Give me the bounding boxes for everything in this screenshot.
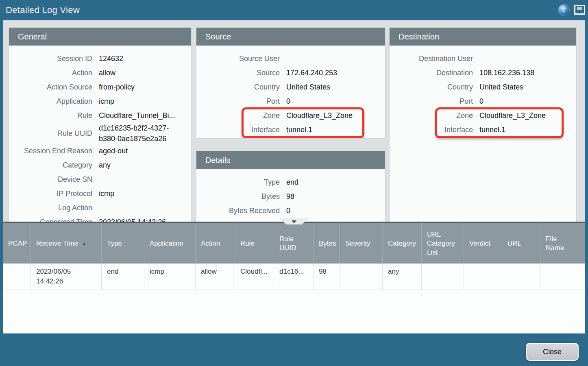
- field-label: Destination: [390, 69, 473, 77]
- field-label: Source User: [196, 54, 280, 63]
- log-table: PCAP Receive Time▲ Type Application Acti…: [3, 223, 585, 333]
- column-header-file-name[interactable]: File Name: [540, 223, 585, 264]
- splitter-bar: [3, 222, 585, 223]
- row-bytes: Bytes98: [196, 190, 381, 204]
- field-value: aged-out: [99, 146, 187, 156]
- field-label: Port: [196, 97, 280, 106]
- row-interface: Interfacetunnel.1: [390, 123, 572, 137]
- row-zone: ZoneCloudflare_L3_Zone: [390, 109, 572, 123]
- panel-general-body: Session ID124632 Actionallow Action Sour…: [9, 46, 191, 222]
- field-label: Device SN: [9, 175, 92, 184]
- field-value: Cloudflare_L3_Zone: [479, 111, 572, 120]
- column-header-rule-uuid[interactable]: Rule UUID: [274, 223, 313, 264]
- help-icon[interactable]: ?: [558, 4, 569, 15]
- row-device-sn: Device SN: [9, 172, 187, 187]
- panel-details-title: Details: [196, 151, 385, 169]
- row-rule: RuleCloudflare_Tunnel_Bi...: [9, 109, 187, 123]
- column-header-action[interactable]: Action: [195, 223, 235, 264]
- column-label: URL: [507, 239, 521, 248]
- column-header-url[interactable]: URL: [502, 223, 540, 264]
- column-header-application[interactable]: Application: [144, 223, 195, 264]
- column-label: Rule UUID: [279, 235, 308, 253]
- content-area: General Session ID124632 Actionallow Act…: [3, 20, 585, 222]
- column-header-pcap[interactable]: PCAP: [3, 223, 30, 264]
- column-label: File Name: [546, 235, 568, 253]
- field-label: Bytes: [196, 192, 280, 201]
- table-header-row: PCAP Receive Time▲ Type Application Acti…: [3, 223, 585, 264]
- table-cell-file-name: [540, 264, 585, 290]
- field-value: Cloudflare_L3_Zone: [286, 111, 381, 120]
- field-value: 124632: [99, 54, 187, 63]
- field-label: Country: [390, 83, 473, 92]
- page-title: Detailed Log View: [6, 0, 80, 20]
- column-header-receive-time[interactable]: Receive Time▲: [30, 223, 101, 264]
- table-cell-rule: Cloudfl...: [235, 264, 274, 290]
- row-generated-time: Generated Time2023/06/05 14:42:26: [9, 215, 187, 222]
- field-value: from-policy: [99, 83, 187, 92]
- field-label: Action: [9, 69, 92, 77]
- table-cell-severity: [340, 264, 382, 290]
- field-label: IP Protocol: [9, 190, 92, 198]
- field-value: 0: [479, 97, 572, 106]
- row-bytes-received: Bytes Received0: [196, 204, 381, 218]
- field-label: Country: [196, 83, 280, 92]
- column-label: Category: [388, 239, 416, 248]
- field-value: 2023/06/05 14:42:26: [99, 218, 187, 222]
- row-type: Typeend: [196, 175, 381, 190]
- panel-source-body: Source User Source172.64.240.253 Country…: [196, 46, 385, 138]
- column-header-rule[interactable]: Rule: [235, 223, 274, 264]
- row-zone: ZoneCloudflare_L3_Zone: [196, 109, 381, 123]
- field-label: Session ID: [9, 54, 92, 63]
- table-cell-pcap: [3, 264, 30, 290]
- row-session-end-reason: Session End Reasonaged-out: [9, 144, 187, 158]
- table-cell-verdict: [464, 264, 502, 290]
- window-restore-icon-bar: [577, 7, 582, 10]
- row-action-source: Action Sourcefrom-policy: [9, 80, 187, 94]
- field-label: Application: [9, 97, 92, 106]
- field-label: Zone: [390, 111, 473, 120]
- column-label: Severity: [345, 239, 370, 248]
- row-port: Port0: [390, 94, 572, 109]
- column-label: PCAP: [8, 239, 27, 248]
- column-header-type[interactable]: Type: [101, 223, 144, 264]
- column-header-bytes[interactable]: Bytes: [313, 223, 340, 264]
- column-header-category[interactable]: Category: [382, 223, 421, 264]
- field-label: Bytes Received: [196, 207, 280, 215]
- row-session-id: Session ID124632: [9, 52, 187, 66]
- column-header-url-category-list[interactable]: URL Category List: [421, 223, 464, 264]
- field-value: United States: [286, 83, 381, 92]
- field-value: 0: [286, 206, 381, 216]
- panel-details: Details Typeend Bytes98 Bytes Received0: [196, 151, 385, 222]
- field-value: any: [99, 161, 187, 170]
- column-label: Receive Time: [36, 239, 78, 248]
- table-cell-category: any: [382, 264, 421, 290]
- close-button[interactable]: Close: [526, 343, 579, 361]
- field-label: Port: [390, 97, 473, 106]
- table-row[interactable]: 2023/06/05 14:42:26 end icmp allow Cloud…: [3, 264, 585, 290]
- row-source: Source172.64.240.253: [196, 66, 381, 80]
- field-label: Type: [196, 178, 280, 187]
- column-header-severity[interactable]: Severity: [340, 223, 382, 264]
- field-label: Zone: [196, 111, 280, 120]
- column-label: Type: [107, 239, 122, 248]
- column-header-verdict[interactable]: Verdict: [464, 223, 502, 264]
- table-cell-type: end: [101, 264, 144, 290]
- row-country: CountryUnited States: [196, 80, 381, 94]
- row-interface: Interfacetunnel.1: [196, 123, 381, 137]
- column-label: URL Category List: [427, 230, 459, 257]
- field-value: 98: [286, 192, 381, 201]
- row-category: Categoryany: [9, 158, 187, 172]
- field-value: 108.162.236.138: [479, 68, 572, 78]
- column-label: Application: [150, 239, 183, 248]
- panel-destination-title: Destination: [390, 28, 576, 46]
- field-value: end: [286, 178, 381, 187]
- row-rule-uuid: Rule UUIDd1c16235-b2f2-4327-b380-0ae1875…: [9, 123, 187, 144]
- panel-source-title: Source: [196, 28, 385, 46]
- row-destination: Destination108.162.236.138: [390, 66, 572, 80]
- row-log-action: Log Action: [9, 201, 187, 215]
- panel-details-body: Typeend Bytes98 Bytes Received0: [196, 169, 385, 222]
- window-restore-icon[interactable]: [574, 5, 585, 15]
- table-cell-action: allow: [195, 264, 235, 290]
- panel-general-title: General: [9, 28, 191, 46]
- column-label: Rule: [240, 239, 255, 248]
